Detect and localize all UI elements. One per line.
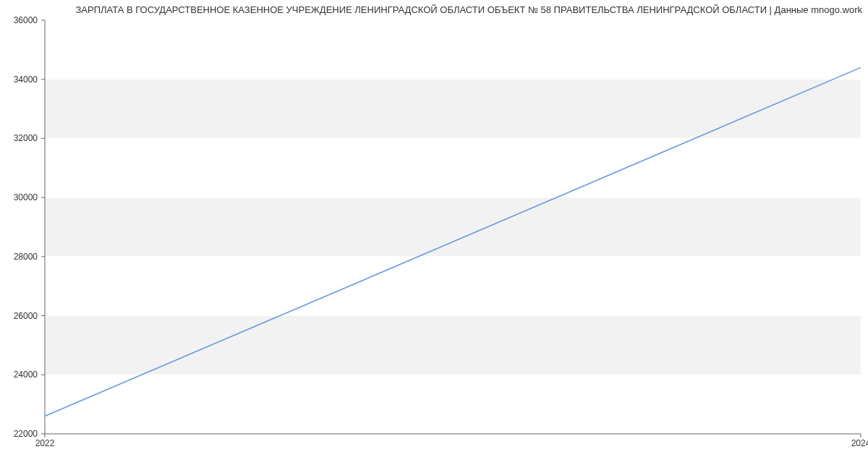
y-tick-label: 22000 [0, 429, 38, 439]
y-tick-label: 30000 [0, 192, 38, 202]
y-tick-label: 32000 [0, 133, 38, 143]
x-tick-label: 2024 [851, 438, 868, 448]
svg-rect-4 [45, 138, 861, 197]
svg-rect-6 [45, 20, 861, 80]
svg-rect-3 [45, 197, 861, 257]
y-tick-label: 36000 [0, 15, 38, 25]
y-tick-label: 34000 [0, 74, 38, 85]
svg-rect-5 [45, 80, 861, 139]
y-tick-label: 28000 [0, 252, 38, 262]
svg-rect-2 [45, 257, 861, 316]
y-tick-label: 26000 [0, 311, 38, 321]
svg-rect-1 [45, 316, 861, 375]
line-chart [0, 0, 868, 470]
chart-container: ЗАРПЛАТА В ГОСУДАРСТВЕННОЕ КАЗЕННОЕ УЧРЕ… [0, 0, 868, 470]
y-tick-label: 24000 [0, 369, 38, 380]
svg-rect-0 [45, 375, 861, 434]
x-tick-label: 2022 [35, 438, 55, 448]
